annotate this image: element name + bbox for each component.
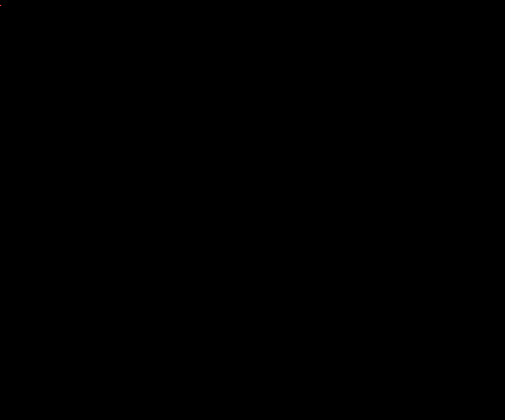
vim-status-line <box>460 409 497 418</box>
terminal-editor[interactable] <box>0 0 505 5</box>
highlight-box <box>0 5 1 6</box>
